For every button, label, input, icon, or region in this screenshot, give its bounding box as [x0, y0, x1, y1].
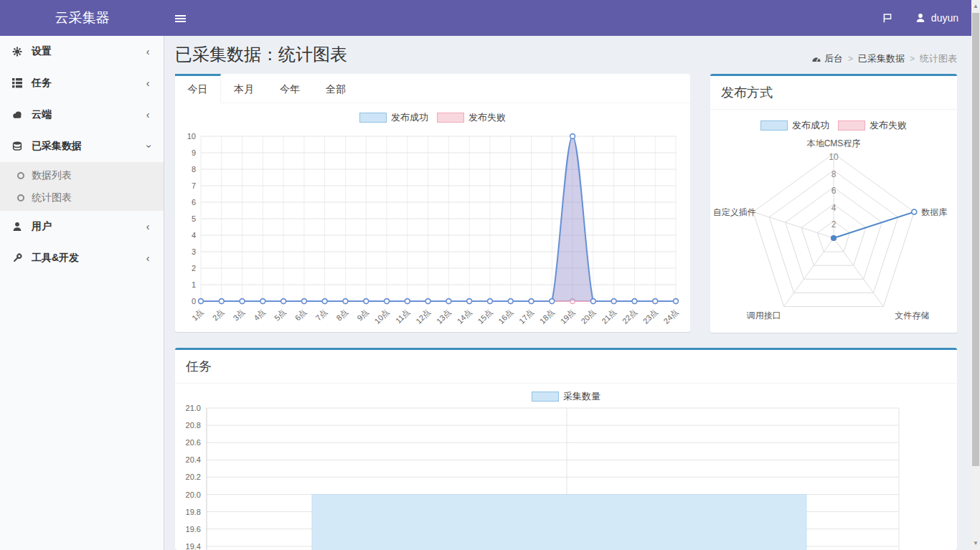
svg-text:1点: 1点 [190, 308, 205, 323]
legend-item: 发布成功 [359, 111, 428, 124]
sidebar-item-label: 云端 [32, 108, 52, 121]
legend-label: 发布失败 [468, 111, 506, 124]
scrollbar-thumb[interactable] [972, 13, 979, 466]
svg-text:8: 8 [831, 169, 837, 179]
legend-item: 发布失败 [437, 111, 506, 124]
tab-month[interactable]: 本月 [221, 74, 267, 103]
svg-text:自定义插件: 自定义插件 [713, 207, 756, 217]
publish-line-chart: 0123456789101点2点3点4点5点6点7点8点9点10点11点12点1… [178, 131, 687, 329]
sidebar-subitem-data-list[interactable]: 数据列表 [0, 164, 164, 186]
legend-swatch [359, 113, 387, 123]
sidebar-item-label: 工具&开发 [32, 252, 79, 265]
svg-text:5: 5 [192, 214, 196, 223]
sidebar-toggle-button[interactable] [164, 0, 197, 36]
svg-text:2: 2 [192, 264, 196, 272]
svg-text:本地CMS程序: 本地CMS程序 [806, 138, 861, 148]
sidebar-item-settings[interactable]: 设置‹ [0, 36, 164, 67]
svg-text:2点: 2点 [211, 308, 226, 323]
svg-text:16点: 16点 [496, 308, 514, 326]
wrench-icon [11, 252, 23, 264]
sidebar-subitem-stats-charts[interactable]: 统计图表 [0, 186, 164, 209]
user-avatar-icon [915, 12, 926, 24]
svg-text:14点: 14点 [456, 308, 473, 326]
svg-text:20点: 20点 [579, 308, 597, 326]
bar-chart-legend: 采集数量 [175, 390, 957, 403]
sidebar-item-label: 用户 [32, 220, 52, 233]
legend-swatch [760, 120, 788, 131]
svg-text:6: 6 [192, 198, 196, 207]
svg-text:9点: 9点 [355, 308, 370, 323]
line-chart-legend: 发布成功发布失败 [175, 111, 690, 124]
svg-text:23点: 23点 [641, 308, 659, 326]
tasks-panel: 任务 采集数量 21.020.820.620.420.220.019.819.6… [175, 348, 957, 550]
svg-text:10: 10 [829, 152, 839, 162]
tab-today[interactable]: 今日 [175, 74, 221, 103]
cloud-icon [11, 109, 23, 120]
svg-text:9: 9 [192, 148, 196, 157]
user-icon [11, 221, 23, 232]
breadcrumb-item-1[interactable]: 已采集数据 [858, 52, 905, 65]
flag-icon[interactable] [869, 0, 906, 36]
svg-text:6: 6 [831, 186, 837, 196]
dashboard-icon [811, 54, 821, 64]
legend-swatch [532, 392, 559, 402]
svg-text:4点: 4点 [252, 308, 267, 323]
user-menu[interactable]: duyun [906, 0, 967, 36]
sidebar-item-tools-dev[interactable]: 工具&开发‹ [0, 242, 164, 274]
svg-text:7: 7 [192, 181, 196, 190]
panel-title: 任务 [175, 350, 957, 384]
page-scrollbar[interactable]: ▲ ▼ [971, 0, 980, 550]
svg-text:调用接口: 调用接口 [746, 310, 781, 321]
svg-text:20.4: 20.4 [186, 455, 201, 464]
svg-text:4: 4 [192, 231, 196, 240]
svg-text:数据库: 数据库 [921, 207, 947, 217]
sidebar-item-label: 已采集数据 [32, 140, 82, 153]
svg-text:19.6: 19.6 [186, 525, 201, 534]
breadcrumb: 后台>已采集数据>统计图表 [811, 52, 957, 65]
chevron-left-icon: ‹ [143, 45, 152, 58]
svg-text:7点: 7点 [314, 308, 329, 323]
scroll-down-arrow[interactable]: ▼ [971, 539, 980, 549]
breadcrumb-separator: > [910, 54, 915, 64]
svg-text:3点: 3点 [231, 308, 246, 323]
sidebar-item-users[interactable]: 用户‹ [0, 211, 164, 242]
svg-text:22点: 22点 [621, 308, 639, 326]
sidebar-item-label: 设置 [32, 45, 52, 58]
panel-title: 发布方式 [710, 76, 957, 110]
svg-text:1: 1 [192, 280, 196, 289]
svg-text:20.6: 20.6 [186, 438, 201, 447]
svg-text:21点: 21点 [600, 308, 618, 326]
svg-text:19.4: 19.4 [186, 542, 201, 550]
svg-text:5点: 5点 [273, 308, 288, 323]
sidebar: 设置‹任务‹云端‹已采集数据‹数据列表统计图表用户‹工具&开发‹ [0, 36, 164, 550]
sidebar-submenu: 数据列表统计图表 [0, 162, 164, 211]
scroll-up-arrow[interactable]: ▲ [971, 1, 980, 11]
svg-text:20.8: 20.8 [186, 421, 201, 430]
svg-text:文件存储: 文件存储 [895, 310, 929, 321]
gear-icon [11, 46, 23, 57]
sidebar-subitem-label: 统计图表 [32, 191, 72, 204]
tab-year[interactable]: 今年 [267, 74, 313, 103]
sidebar-item-tasks[interactable]: 任务‹ [0, 67, 164, 99]
circle-icon [17, 172, 24, 179]
breadcrumb-separator: > [848, 54, 853, 64]
svg-text:13点: 13点 [435, 308, 453, 326]
chevron-left-icon: ‹ [143, 220, 152, 233]
breadcrumb-item-0[interactable]: 后台 [811, 52, 843, 65]
tab-all[interactable]: 全部 [313, 74, 359, 103]
legend-swatch [838, 120, 865, 131]
svg-text:10: 10 [187, 132, 196, 141]
brand-logo[interactable]: 云采集器 [0, 0, 164, 36]
svg-text:20.0: 20.0 [186, 490, 201, 499]
svg-text:17点: 17点 [517, 308, 535, 326]
sidebar-item-cloud[interactable]: 云端‹ [0, 99, 164, 131]
sidebar-item-collected-data[interactable]: 已采集数据‹ [0, 131, 164, 162]
tasks-icon [11, 77, 23, 89]
tasks-bar-chart: 21.020.820.620.420.220.019.819.619.4 [175, 402, 957, 550]
svg-text:11点: 11点 [394, 308, 411, 325]
breadcrumb-item-2: 统计图表 [920, 52, 957, 65]
legend-item: 采集数量 [532, 390, 600, 403]
svg-text:8点: 8点 [334, 308, 349, 323]
chevron-left-icon: ‹ [143, 77, 152, 90]
svg-text:19点: 19点 [559, 308, 577, 326]
